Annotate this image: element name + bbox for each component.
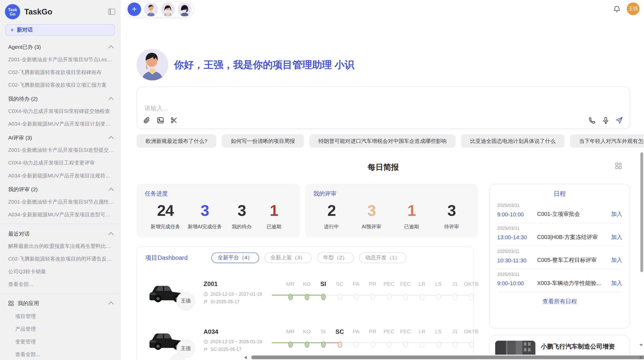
milestone: LS — [430, 280, 447, 300]
image-upload-icon[interactable] — [157, 117, 164, 124]
list-item[interactable]: 解释最新出台的欧盟报废车法规再生塑料比例被调至15%... — [0, 240, 120, 253]
suggestion-chip[interactable]: 比亚迪全固态电池计划具体说了什么 — [461, 134, 565, 148]
event-time: 9:00-10:00 — [497, 211, 537, 217]
list-item[interactable]: C02-飞腾新能源轻客改款项目里程碑画布 — [0, 66, 120, 79]
project-row[interactable]: 王强 Z001 2023-12-19 ~ 2027-01-19 SI-2025-… — [145, 274, 465, 314]
sidebar-item-product-mgmt[interactable]: 产品管理 — [0, 323, 120, 336]
milestone: FEC — [397, 280, 414, 300]
scroll-left-arrow[interactable] — [244, 356, 247, 359]
event-name: X003-车辆动力学性能验... — [537, 280, 611, 287]
section-recent-chats[interactable]: 最近对话 — [0, 227, 120, 240]
suggestion-chip[interactable]: 如何写一份清晰的项目周报 — [222, 134, 304, 148]
milestone: MR — [282, 280, 299, 300]
section-ai-review[interactable]: AI评审 (3) — [0, 130, 120, 144]
milestone-dot — [304, 341, 309, 348]
divider — [497, 246, 622, 246]
milestone-dot — [387, 341, 391, 348]
sidebar-item-change-mgmt[interactable]: 变更管理 — [0, 336, 120, 349]
horizontal-scrollbar[interactable] — [241, 355, 644, 360]
horizontal-scrollbar-thumb[interactable] — [251, 355, 644, 359]
project-row[interactable]: 王强 A034 2023-12-19 ~ 2026-01-19 SC-2025-… — [145, 321, 465, 360]
view-all-apps[interactable]: 查看全部... — [0, 349, 120, 360]
scroll-down-arrow[interactable] — [639, 344, 643, 347]
list-item[interactable]: 公司Q3轻卡销量 — [0, 266, 120, 278]
list-item[interactable]: A034-全新新能源MUV产品开发项目造型可行性评审 — [0, 208, 120, 221]
avatar[interactable] — [178, 2, 192, 16]
section-my-todo[interactable]: 我的待办 (2) — [0, 92, 120, 105]
avatar[interactable] — [144, 2, 158, 16]
list-item[interactable]: Z001-全新燃油皮卡产品开发项目SI节点Lesson Learn报告 — [0, 53, 120, 66]
milestone-dot — [403, 294, 408, 300]
send-icon[interactable] — [616, 117, 623, 124]
section-agent-done[interactable]: Agent已办 (3) — [0, 40, 120, 53]
sidebar-collapse-icon[interactable] — [108, 9, 115, 15]
milestone: KO — [299, 280, 315, 300]
attachment-icon[interactable] — [143, 117, 151, 124]
suggestion-chip[interactable]: 特朗普可能对进口汽车增税会对中国车企造成哪些影响 — [309, 134, 456, 148]
section-my-review[interactable]: 我的评审 (2) — [0, 182, 120, 196]
tab-year-model[interactable]: 年型（2） — [317, 252, 354, 263]
divider — [0, 293, 120, 294]
list-item[interactable]: C02-飞腾新能源轻客改款项目的闭环通告反馈情况 — [0, 253, 120, 266]
vertical-scrollbar-thumb[interactable] — [640, 152, 643, 272]
sidebar: Task Go TaskGo + 新对话 Agent已办 (3) Z001-全新… — [0, 0, 121, 360]
chevron-up-icon — [108, 301, 114, 307]
milestone: OKTB — [463, 328, 480, 348]
logo-text-top: Task — [8, 7, 17, 12]
list-item[interactable]: A034-全新新能源MUV产品开发项目计划变更表编写 — [0, 118, 120, 130]
user-avatar[interactable]: 王强 — [627, 3, 639, 15]
list-item[interactable]: Z001-全新燃油轻卡产品开发项目SI节点属性5D文件评审 — [0, 196, 120, 208]
my-review-card: 我的评审 2进行中 3AI预评审 1已逾期 3待评审 — [305, 184, 478, 238]
list-item[interactable]: Z001-全新燃油轻卡产品开发项目SI造型提交物评审 — [0, 144, 120, 157]
milestone: MR — [282, 328, 299, 348]
stat: 3待评审 — [439, 201, 464, 230]
scroll-right-arrow[interactable] — [640, 356, 642, 359]
tab-new-platform[interactable]: 全新平台（4） — [212, 252, 259, 263]
phone-call-icon[interactable] — [589, 117, 596, 124]
apps-grid-icon — [8, 301, 14, 306]
milestone: KO — [299, 328, 315, 348]
join-button[interactable]: 加入 — [611, 234, 622, 241]
view-all-chats[interactable]: 查看全部... — [0, 278, 120, 291]
avatar[interactable] — [161, 2, 175, 16]
suggestion-chip[interactable]: 欧洲新规最近颁布了什么? — [137, 134, 216, 148]
milestone: LR — [414, 280, 430, 300]
sidebar-item-project-mgmt[interactable]: 项目管理 — [0, 310, 120, 323]
milestone: PEC — [381, 280, 397, 300]
notification-bell-icon[interactable] — [613, 5, 620, 12]
section-my-apps[interactable]: 我的应用 — [0, 296, 120, 310]
milestone-current: SI — [315, 280, 332, 300]
scissors-icon[interactable] — [170, 117, 178, 124]
microphone-icon[interactable] — [602, 117, 609, 124]
logo-text-bottom: Go — [10, 12, 15, 16]
task-progress-card: 任务进度 24新增完成任务 3新增AI完成任务 3我的待办 1已逾期 — [137, 184, 300, 238]
view-all-schedule-link[interactable]: 查看所有日程 — [497, 298, 622, 305]
join-button[interactable]: 加入 — [611, 257, 622, 264]
join-button[interactable]: 加入 — [611, 280, 622, 287]
milestone-dot — [469, 294, 474, 300]
milestone-dot — [321, 294, 326, 300]
card-title: 任务进度 — [145, 190, 292, 198]
milestone-dot — [338, 341, 342, 348]
topbar-right: 王强 — [613, 3, 639, 15]
milestone: SC — [331, 280, 348, 300]
add-session-button[interactable]: + — [127, 3, 141, 16]
new-chat-button[interactable]: + 新对话 — [5, 24, 115, 36]
tab-powertrain[interactable]: 动总开发（1） — [359, 252, 406, 263]
layout-grid-icon[interactable] — [615, 162, 622, 170]
milestone: FEC — [397, 328, 414, 348]
session-avatars-bar: + — [126, 1, 194, 17]
chat-input-placeholder[interactable]: 请输入... — [144, 105, 168, 113]
list-item[interactable]: C02-飞腾新能源轻客改款项目立项汇报方案 — [0, 79, 120, 92]
greeting-text: 你好，王强，我是你的项目管理助理 小识 — [174, 58, 354, 71]
list-item[interactable]: C0X4-动力总成开发项目工程变更评审 — [0, 157, 120, 170]
chat-input-card[interactable]: 请输入... — [137, 87, 630, 129]
join-button[interactable]: 加入 — [611, 211, 622, 218]
milestone-dot — [288, 294, 293, 300]
daily-briefing-title: 每日简报 — [137, 162, 630, 173]
tab-new-body[interactable]: 全新上装（3） — [264, 252, 312, 263]
suggestion-chip[interactable]: 当下年轻人对汽车外观有怎样的喜好趋势 — [570, 134, 644, 148]
list-item[interactable]: A034-全新新能源MUV产品开发项目法规符合性评审 — [0, 170, 120, 182]
list-item[interactable]: C0X4-动力总成开发项目SI里程碑提交物检查 — [0, 105, 120, 118]
milestone: PEC — [381, 328, 397, 348]
